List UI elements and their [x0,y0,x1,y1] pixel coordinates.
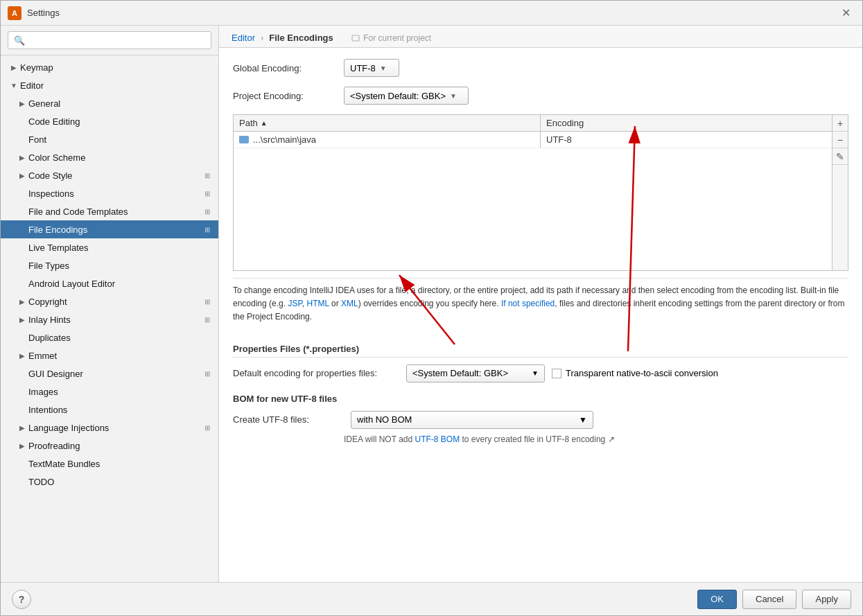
transparent-checkbox[interactable] [552,369,561,378]
close-button[interactable]: ✕ [836,3,855,23]
apply-button[interactable]: Apply [802,590,851,609]
sidebar-item-duplicates[interactable]: ▶ Duplicates [1,328,218,346]
properties-section: Properties Files (*.properties) Default … [233,341,848,382]
window-title: Settings [27,8,836,18]
global-encoding-dropdown[interactable]: UTF-8 ▼ [344,59,399,77]
edit-row-button[interactable]: ✎ [833,148,848,165]
encoding-table-wrapper: Path ▲ Encoding ...\src\main\java [233,114,848,271]
tree-area: ▶ Keymap ▼ Editor ▶ General ▶ Code Editi… [1,55,218,582]
sidebar-item-code-style[interactable]: ▶ Code Style ⊞ [1,166,218,184]
help-button[interactable]: ? [12,590,31,609]
props-row: Default encoding for properties files: <… [233,364,848,382]
expand-icon: ▶ [17,315,27,324]
sidebar-item-file-encodings[interactable]: ▶ File Encodings ⊞ [1,220,218,238]
sidebar-item-inspections[interactable]: ▶ Inspections ⊞ [1,184,218,202]
project-encoding-value: <System Default: GBK> [350,91,446,101]
props-label: Default encoding for properties files: [233,368,399,378]
bom-note-suffix: to every created file in UTF-8 encoding [462,434,606,444]
sidebar-item-label: Code Style [28,170,202,181]
sidebar-item-emmet[interactable]: ▶ Emmet [1,346,218,364]
sidebar-item-file-types[interactable]: ▶ File Types [1,256,218,274]
sidebar-item-editor[interactable]: ▼ Editor [1,76,218,94]
html-link[interactable]: HTML [307,299,329,308]
sidebar-item-label: Font [28,134,213,145]
project-encoding-dropdown[interactable]: <System Default: GBK> ▼ [344,87,469,105]
settings-badge: ⊞ [202,422,213,433]
expand-icon: ▶ [17,297,27,306]
expand-icon: ▶ [17,351,27,360]
xml-link[interactable]: XML [341,299,358,308]
expand-icon: ▶ [17,423,27,432]
bom-value: with NO BOM [357,414,412,425]
expand-icon: ▶ [17,152,27,162]
titlebar: A Settings ✕ [1,1,862,26]
sidebar-item-images[interactable]: ▶ Images [1,382,218,401]
sidebar-item-textmate-bundles[interactable]: ▶ TextMate Bundles [1,455,218,473]
props-encoding-dropdown[interactable]: <System Default: GBK> ▼ [406,364,545,382]
sidebar-item-file-code-templates[interactable]: ▶ File and Code Templates ⊞ [1,202,218,220]
sidebar-item-label: Android Layout Editor [28,279,213,289]
project-link[interactable]: For current project [351,33,431,43]
bom-section: BOM for new UTF-8 files Create UTF-8 fil… [233,394,848,444]
table-actions: + − ✎ [832,115,848,270]
properties-section-title: Properties Files (*.properties) [233,341,848,358]
bottom-bar: ? OK Cancel Apply [1,582,862,615]
breadcrumb-separator: › [261,33,263,43]
sidebar-item-inlay-hints[interactable]: ▶ Inlay Hints ⊞ [1,310,218,328]
expand-icon: ▶ [17,98,27,108]
jsp-link[interactable]: JSP [288,299,302,308]
add-row-button[interactable]: + [833,115,848,132]
encoding-value: UTF-8 [546,134,572,145]
breadcrumb-editor-link[interactable]: Editor [232,33,255,43]
sidebar-item-intentions[interactable]: ▶ Intentions [1,401,218,419]
sidebar-item-android-layout-editor[interactable]: ▶ Android Layout Editor [1,274,218,292]
project-encoding-row: Project Encoding: <System Default: GBK> … [233,87,848,105]
svg-rect-0 [352,35,359,41]
sidebar-item-gui-designer[interactable]: ▶ GUI Designer ⊞ [1,364,218,382]
sidebar-item-general[interactable]: ▶ General [1,94,218,112]
sidebar-item-color-scheme[interactable]: ▶ Color Scheme [1,148,218,166]
global-encoding-value: UTF-8 [350,63,376,73]
bom-note-prefix: IDEA will NOT add [344,434,412,444]
table-row: ...\src\main\java UTF-8 [234,132,832,148]
settings-badge: ⊞ [202,206,213,217]
expand-icon: ▶ [17,441,27,450]
settings-window: A Settings ✕ ▶ Keymap ▼ Editor [0,0,863,616]
bom-note-link[interactable]: UTF-8 BOM [415,434,460,444]
path-value: ...\src\main\java [253,134,316,145]
sidebar-item-todo[interactable]: ▶ TODO [1,473,218,491]
breadcrumb-current: File Encodings [269,33,333,43]
if-not-specified-link[interactable]: If not specified [501,299,555,308]
sidebar-item-keymap[interactable]: ▶ Keymap [1,58,218,76]
sort-icon: ▲ [261,119,268,127]
global-encoding-label: Global Encoding: [233,63,344,73]
sidebar-item-label: File Types [28,261,213,271]
remove-row-button[interactable]: − [833,132,848,148]
search-input[interactable] [8,31,211,49]
dropdown-arrow: ▼ [579,415,587,425]
bom-dropdown[interactable]: with NO BOM ▼ [351,411,593,429]
sidebar-item-label: File Encodings [28,225,202,235]
global-encoding-row: Global Encoding: UTF-8 ▼ [233,59,848,77]
sidebar-item-copyright[interactable]: ▶ Copyright ⊞ [1,292,218,310]
ok-button[interactable]: OK [697,590,737,609]
sidebar-item-proofreading[interactable]: ▶ Proofreading [1,437,218,455]
app-icon: A [8,6,21,20]
sidebar-item-live-templates[interactable]: ▶ Live Templates [1,238,218,256]
cancel-button[interactable]: Cancel [742,590,796,609]
main-body: Global Encoding: UTF-8 ▼ Project Encodin… [219,48,862,582]
settings-badge: ⊞ [202,368,213,379]
sidebar-item-label: General [28,98,213,109]
dropdown-arrow: ▼ [532,369,539,377]
sidebar-item-language-injections[interactable]: ▶ Language Injections ⊞ [1,419,218,437]
expand-icon: ▶ [9,62,19,72]
info-text: To change encoding IntelliJ IDEA uses fo… [233,278,848,330]
sidebar-item-font[interactable]: ▶ Font [1,130,218,148]
sidebar: ▶ Keymap ▼ Editor ▶ General ▶ Code Editi… [1,26,219,582]
sidebar-item-label: GUI Designer [28,369,202,379]
sidebar-item-code-editing[interactable]: ▶ Code Editing [1,112,218,130]
transparent-checkbox-row: Transparent native-to-ascii conversion [552,368,718,378]
sidebar-item-label: Language Injections [28,423,202,433]
dropdown-arrow: ▼ [380,64,387,72]
sidebar-item-label: Emmet [28,351,213,361]
